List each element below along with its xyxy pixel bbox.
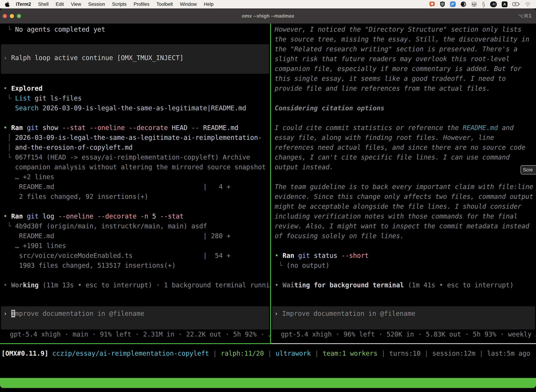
terminal-line: of focusing solely on file lines. [271,231,536,241]
terminal-line: including verification notes with those … [271,211,536,221]
terminal-line: README.md | 4 + [0,182,270,192]
menu-item-edit[interactable]: Edit [56,2,64,7]
macos-menu-bar: iTerm2 Shell Edit View Session Scripts P… [0,0,536,9]
terminal-line: └ List git ls-files [0,93,270,103]
menu-item-help[interactable]: Help [204,2,214,7]
terminal-line: companion analysis without altering the … [0,162,270,172]
terminal-line [0,113,270,123]
left-prompt-input[interactable]: › Improve documentation in @filename [1,306,269,330]
terminal-line: However, I noticed the "Directory Struct… [271,25,536,34]
menu-item-toolbelt[interactable]: Toolbelt [157,2,173,7]
terminal-line: └ 4b9d30f (origin/main, instructkr/main,… [0,221,270,231]
terminal-line [0,74,270,84]
moon-crescent-icon[interactable] [460,1,466,7]
terminal-line: essay file, along with finding root file… [271,133,536,143]
terminal-line: [OMX#0.11.9] cczip/essay/ai-reimplementa… [0,349,536,359]
left-pane-bottom-border [0,343,271,344]
left-agent-summary: └ No agents completed yet [0,25,270,34]
terminal-line: Search 2026-03-09-is-legal-the-same-as-l… [0,103,270,113]
window-title: omx --xhigh --madmax [0,9,536,23]
terminal-line: changes, I can't cite specific file line… [271,152,536,162]
terminal-line [0,271,270,280]
terminal-line: › Ralph loop active continue [OMX_TMUX_I… [1,53,269,63]
dots-grid-icon[interactable] [471,1,477,7]
left-agent-pane[interactable]: └ No agents completed yet › Ralph loop a… [0,23,270,343]
omx-status-line: [OMX#0.11.9] cczip/essay/ai-reimplementa… [0,349,536,359]
window-title-bar[interactable]: omx --xhigh --madmax ⌥⌘1 [0,9,536,23]
terminal-line: I could cite commit statistics or refere… [271,123,536,133]
terminal-line: • Ran git log --oneline --decorate -n 5 … [0,211,270,221]
terminal-line: src/voice/voiceModeEnabled.ts | 54 + [0,251,270,261]
blue-zigzag-app-icon[interactable] [450,1,456,7]
menu-item-shell[interactable]: Shell [38,2,49,7]
terminal-line: the source tree, missing the essay. Stil… [271,34,536,44]
menu-item-session[interactable]: Session [88,2,105,7]
terminal-line: … +2 lines [0,172,270,182]
menu-item-view[interactable]: View [71,2,81,7]
window-shortcut-badge: ⌥⌘1 [518,9,532,23]
inject-input-box[interactable]: › Ralph loop active continue [OMX_TMUX_I… [1,44,269,74]
terminal-line: └ (no output) [271,261,536,271]
menu-item-scripts[interactable]: Scripts [112,2,127,7]
right-agent-transcript: However, I noticed the "Directory Struct… [271,25,536,290]
terminal-line: › Improve documentation in @filename [272,309,535,319]
terminal-line: • Explored [0,84,270,93]
left-session-status-line: gpt-5.4 xhigh · main · 91% left · 2.31M … [0,330,270,339]
terminal-line: › Improve documentation in @filename [1,309,269,319]
right-pane-bottom-border [271,343,536,344]
right-prompt-input[interactable]: › Improve documentation in @filename [272,306,535,330]
iterm2-window: omx --xhigh --madmax ⌥⌘1 └ No agents com… [0,9,536,388]
terminal-line: references need actual files, and since … [271,143,536,152]
left-agent-transcript: • Explored └ List git ls-files Search 20… [0,74,270,290]
terminal-line: this single essay, it seems like a good … [271,74,536,84]
inject-input-text: › Ralph loop active continue [OMX_TMUX_I… [1,53,269,63]
right-agent-pane[interactable]: However, I noticed the "Directory Struct… [271,23,536,343]
shield-grid-icon[interactable] [440,1,445,7]
terminal-line: output instead. [271,162,536,172]
terminal-line [271,271,536,280]
squiggle-menu-icon[interactable]: § [482,1,485,8]
terminal-line: companion file, especially if more comme… [271,64,536,74]
terminal-line: review. Also, I might want to inspect th… [271,221,536,231]
right-session-status-line: gpt-5.4 xhigh · 96% left · 520K in · 5.8… [271,330,536,339]
terminal-line: … +1901 lines [0,241,270,251]
terminal-line [271,93,536,103]
terminal-line: Considering citation options [271,103,536,113]
left-prompt-text: › Improve documentation in @filename [1,309,269,319]
right-prompt-text: › Improve documentation in @filename [272,309,535,319]
terminal-line: README.md | 280 + [0,231,270,241]
terminal-line: • Ran git status --short [271,251,536,261]
terminal-line: • Ran git show --stat --oneline --decora… [0,123,270,133]
terminal-line: 1903 files changed, 513517 insertions(+) [0,261,270,271]
screen-indicator-popup[interactable]: Scre [521,165,536,174]
terminal-line [0,202,270,211]
battery-icon[interactable] [512,2,520,6]
terminal-area: └ No agents completed yet › Ralph loop a… [0,23,536,388]
menu-item-iterm2[interactable]: iTerm2 [16,2,31,7]
a-app-icon[interactable]: A [502,1,507,7]
terminal-line: 2 files changed, 92 insertions(+) [0,192,270,202]
menu-item-profiles[interactable]: Profiles [134,2,149,7]
tmux-session-label[interactable]: [omx-cczip0:bash* [1,388,62,388]
terminal-line: slight risk that future readers may over… [271,54,536,64]
terminal-line: • Waiting for background terminal (1m 41… [271,280,536,290]
terminal-line: evidence. Since this change only affects… [271,192,536,202]
wifi-icon[interactable] [525,2,531,7]
terminal-line: └ 067f154 (HEAD -> essay/ai-reimplementa… [0,152,270,162]
terminal-line: The team guideline is to back every impo… [271,182,536,192]
badge-61-icon[interactable]: ..61 [490,1,497,7]
terminal-line [271,113,536,123]
terminal-line: │ and-the-erosion-of-copyleft.md [0,143,270,152]
tmux-status-bar: [omx-cczip0:bash* "MacBook-Pro-44.local"… [0,378,536,388]
terminal-line: provide file and line references from th… [271,84,536,93]
menu-item-window[interactable]: Window [180,2,197,7]
terminal-line: the "Related research writing" section i… [271,44,536,54]
terminal-line [271,172,536,182]
terminal-line: • Working (11m 13s • esc to interrupt) ·… [0,280,270,290]
terminal-line [271,241,536,251]
terminal-line: might be acceptable alongside the file l… [271,202,536,211]
menu-bar-status-icons: § ..61 A [429,1,531,8]
chat-app-icon[interactable] [429,1,435,7]
apple-menu-icon[interactable] [5,2,10,7]
terminal-line: │ 2026-03-09-is-legal-the-same-as-legiti… [0,133,270,143]
